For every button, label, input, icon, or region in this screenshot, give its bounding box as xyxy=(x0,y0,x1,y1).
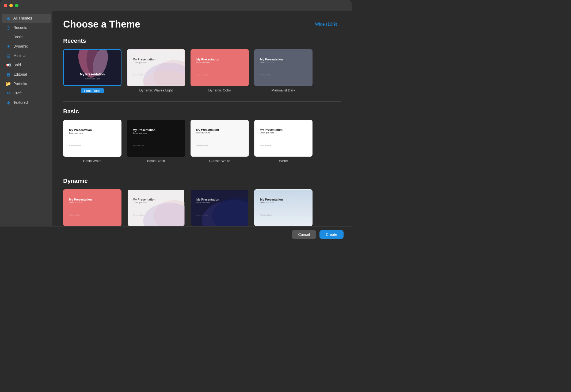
clock-icon: ◷ xyxy=(6,25,11,30)
fullscreen-button[interactable] xyxy=(15,4,18,7)
theme-card-dynamic-waves-dark[interactable]: My Presentation Donec quis nunc Author a… xyxy=(191,189,249,232)
theme-label-basic-white: Basic White xyxy=(83,159,102,163)
sidebar-label-minimal: Minimal xyxy=(13,53,26,58)
main-header: Choose a Theme Wide (16:9) ⌄ xyxy=(63,19,341,30)
sidebar-label-all-themes: All Themes xyxy=(13,16,32,20)
theme-thumbnail-classic-white[interactable]: My Presentation Donec quis nunc Author a… xyxy=(191,120,249,157)
theme-card-dynamic-clouds-light[interactable]: My Presentation Donec quis nunc Author a… xyxy=(254,189,313,232)
sidebar-item-craft[interactable]: ✂ Craft xyxy=(2,89,51,98)
recents-section-title: Recents xyxy=(63,37,341,44)
theme-thumbnail-dynamic-color2[interactable]: My Presentation Donec quis nunc Author a… xyxy=(63,189,121,226)
theme-thumbnail-dynamic-waves-light2[interactable]: My Presentation Donec quis nunc Author a… xyxy=(127,189,185,226)
page-title: Choose a Theme xyxy=(63,19,140,30)
scissors-icon: ✂ xyxy=(6,91,11,95)
theme-label-minimalist-dark: Minimalist Dark xyxy=(272,88,295,92)
sidebar-label-portfolio: Portfolio xyxy=(13,82,27,86)
basic-section-title: Basic xyxy=(63,108,341,115)
theme-thumbnail-dynamic-color[interactable]: My Presentation Donec quis nunc Author a… xyxy=(191,49,249,86)
dynamic-grid: My Presentation Donec quis nunc Author a… xyxy=(63,189,341,232)
theme-card-dynamic-waves-light[interactable]: My Presentation Donec quis nunc Author a… xyxy=(127,49,185,93)
theme-card-basic-black[interactable]: My Presentation Donec quis nunc Author a… xyxy=(127,120,185,163)
sidebar-item-bold[interactable]: 📢 Bold xyxy=(2,60,51,70)
theme-label-dynamic-waves-light: Dynamic Waves Light xyxy=(139,88,173,92)
grid-icon: ⊞ xyxy=(6,16,11,21)
theme-thumbnail-white[interactable]: My Presentation Donec quis nunc Author a… xyxy=(254,120,313,157)
theme-card-look-book[interactable]: My Presentation Author and Date Look Boo… xyxy=(63,49,121,93)
theme-thumbnail-basic-white[interactable]: My Presentation Donec quis nunc Author a… xyxy=(63,120,121,157)
chevron-down-icon: ⌄ xyxy=(338,22,341,26)
dynamic-waves-light-slide-content: My Presentation Donec quis nunc Author a… xyxy=(133,58,155,76)
minimize-button[interactable] xyxy=(9,4,13,7)
titlebar xyxy=(0,0,352,11)
theme-thumbnail-look-book[interactable]: My Presentation Author and Date xyxy=(63,49,121,86)
theme-card-minimalist-dark[interactable]: My Presentation Donec quis nunc Author a… xyxy=(254,49,313,93)
basic-grid: My Presentation Donec quis nunc Author a… xyxy=(63,120,341,163)
sidebar-item-basic[interactable]: ▭ Basic xyxy=(2,32,51,41)
recents-divider xyxy=(63,101,341,102)
sidebar-item-all-themes[interactable]: ⊞ All Themes xyxy=(2,14,51,23)
book-icon: 📂 xyxy=(6,81,11,86)
theme-card-dynamic-waves-light2[interactable]: My Presentation Donec quis nunc Author a… xyxy=(127,189,185,232)
sidebar-label-craft: Craft xyxy=(13,91,21,95)
sparkles-icon: ✦ xyxy=(6,44,11,49)
basic-black-slide-content: My Presentation Donec quis nunc Author a… xyxy=(133,128,155,146)
look-book-slide-author: Author and Date xyxy=(85,78,100,80)
sidebar-label-textured: Textured xyxy=(13,100,28,105)
sidebar-item-minimal[interactable]: ▤ Minimal xyxy=(2,51,51,60)
sidebar-item-editorial[interactable]: ▦ Editorial xyxy=(2,70,51,79)
theme-card-dynamic-color[interactable]: My Presentation Donec quis nunc Author a… xyxy=(191,49,249,93)
theme-card-white[interactable]: My Presentation Donec quis nunc Author a… xyxy=(254,120,313,163)
classic-white-slide-content: My Presentation Donec quis nunc Author a… xyxy=(196,128,219,146)
sidebar: ⊞ All Themes ◷ Recents ▭ Basic ✦ Dynamic… xyxy=(0,11,52,242)
dynamic-color-slide-content: My Presentation Donec quis nunc Author a… xyxy=(196,58,219,76)
sidebar-label-dynamic: Dynamic xyxy=(13,44,28,48)
square-icon: ▭ xyxy=(6,34,11,39)
theme-thumbnail-dynamic-waves-dark[interactable]: My Presentation Donec quis nunc Author a… xyxy=(191,189,249,226)
theme-thumbnail-dynamic-waves-light[interactable]: My Presentation Donec quis nunc Author a… xyxy=(127,49,185,86)
main-content: Choose a Theme Wide (16:9) ⌄ Recents xyxy=(52,11,352,242)
sidebar-item-recents[interactable]: ◷ Recents xyxy=(2,23,51,32)
dynamic-color2-slide-content: My Presentation Donec quis nunc Author a… xyxy=(69,198,92,216)
dynamic-waves-dark-slide-content: My Presentation Donec quis nunc Author a… xyxy=(196,198,219,216)
white-slide-content: My Presentation Donec quis nunc Author a… xyxy=(260,128,283,146)
theme-label-look-book: Look Book xyxy=(81,88,104,93)
aspect-ratio-selector[interactable]: Wide (16:9) ⌄ xyxy=(315,22,341,27)
dynamic-waves-light2-slide-content: My Presentation Donec quis nunc Author a… xyxy=(133,198,155,216)
theme-thumbnail-minimalist-dark[interactable]: My Presentation Donec quis nunc Author a… xyxy=(254,49,313,86)
sidebar-item-dynamic[interactable]: ✦ Dynamic xyxy=(2,42,51,51)
theme-label-white: White xyxy=(279,159,288,163)
theme-label-basic-black: Basic Black xyxy=(147,159,165,163)
theme-card-basic-white[interactable]: My Presentation Donec quis nunc Author a… xyxy=(63,120,121,163)
theme-card-classic-white[interactable]: My Presentation Donec quis nunc Author a… xyxy=(191,120,249,163)
close-button[interactable] xyxy=(4,4,7,7)
sidebar-item-portfolio[interactable]: 📂 Portfolio xyxy=(2,79,51,88)
sidebar-item-textured[interactable]: ◈ Textured xyxy=(2,98,51,107)
bottom-bar: Cancel Create xyxy=(0,226,352,242)
theme-card-dynamic-color2[interactable]: My Presentation Donec quis nunc Author a… xyxy=(63,189,121,232)
theme-label-classic-white: Classic White xyxy=(209,159,230,163)
dynamic-section-title: Dynamic xyxy=(63,178,341,185)
theme-thumbnail-dynamic-clouds-light[interactable]: My Presentation Donec quis nunc Author a… xyxy=(254,189,313,226)
theme-thumbnail-basic-black[interactable]: My Presentation Donec quis nunc Author a… xyxy=(127,120,185,157)
minimalist-dark-slide-content: My Presentation Donec quis nunc Author a… xyxy=(260,58,283,76)
app-layout: ⊞ All Themes ◷ Recents ▭ Basic ✦ Dynamic… xyxy=(0,11,352,242)
cancel-button[interactable]: Cancel xyxy=(292,230,316,239)
basic-white-slide-content: My Presentation Donec quis nunc Author a… xyxy=(69,128,92,146)
sidebar-label-bold: Bold xyxy=(13,63,21,67)
theme-label-dynamic-color: Dynamic Color xyxy=(208,88,231,92)
newspaper-icon: ▦ xyxy=(6,72,11,77)
texture-icon: ◈ xyxy=(6,100,11,105)
dynamic-clouds-light-slide-content: My Presentation Donec quis nunc Author a… xyxy=(260,198,283,216)
sidebar-label-recents: Recents xyxy=(13,25,27,30)
speaker-icon: 📢 xyxy=(6,63,11,67)
sidebar-label-basic: Basic xyxy=(13,35,22,39)
aspect-ratio-label: Wide (16:9) xyxy=(315,22,337,27)
recents-grid: My Presentation Author and Date Look Boo… xyxy=(63,49,341,93)
chat-icon: ▤ xyxy=(6,53,11,58)
look-book-slide-title: My Presentation xyxy=(80,72,105,76)
create-button[interactable]: Create xyxy=(319,230,344,239)
sidebar-label-editorial: Editorial xyxy=(13,72,27,76)
basic-divider xyxy=(63,171,341,171)
